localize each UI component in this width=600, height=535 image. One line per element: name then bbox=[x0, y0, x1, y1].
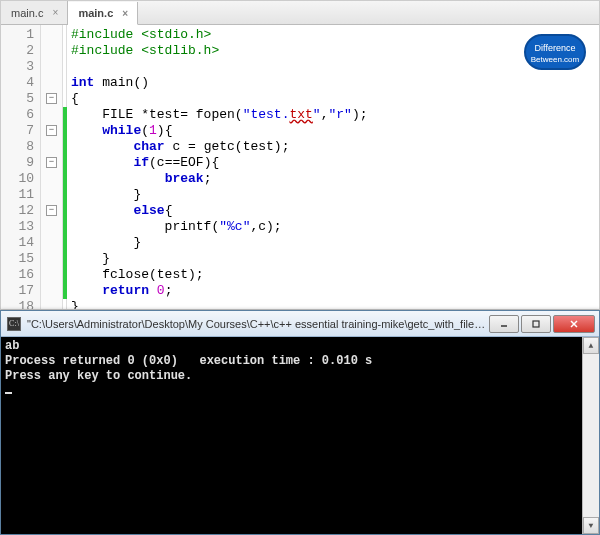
tab-bar: main.c×main.c× bbox=[1, 1, 599, 25]
editor-tab[interactable]: main.c× bbox=[68, 2, 138, 25]
code-line[interactable]: else{ bbox=[71, 203, 599, 219]
code-area: 123456789101112131415161718 −−−− #includ… bbox=[1, 25, 599, 309]
change-marker bbox=[63, 107, 67, 299]
line-number: 6 bbox=[1, 107, 34, 123]
fold-toggle-icon[interactable]: − bbox=[46, 157, 57, 168]
line-number: 11 bbox=[1, 187, 34, 203]
tab-close-icon[interactable]: × bbox=[119, 7, 131, 19]
line-number: 9 bbox=[1, 155, 34, 171]
line-number: 17 bbox=[1, 283, 34, 299]
line-number: 8 bbox=[1, 139, 34, 155]
line-number: 12 bbox=[1, 203, 34, 219]
code-line[interactable]: fclose(test); bbox=[71, 267, 599, 283]
code-line[interactable]: #include <stdlib.h> bbox=[71, 43, 599, 59]
scroll-down-button[interactable]: ▼ bbox=[583, 517, 599, 534]
scroll-up-button[interactable]: ▲ bbox=[583, 337, 599, 354]
close-button[interactable] bbox=[553, 315, 595, 333]
line-number: 3 bbox=[1, 59, 34, 75]
line-number: 2 bbox=[1, 43, 34, 59]
line-number: 4 bbox=[1, 75, 34, 91]
scroll-track[interactable] bbox=[583, 354, 599, 517]
maximize-icon bbox=[531, 319, 541, 329]
console-output[interactable]: ab Process returned 0 (0x0) execution ti… bbox=[1, 337, 582, 534]
line-number-gutter: 123456789101112131415161718 bbox=[1, 25, 41, 309]
tab-label: main.c bbox=[11, 7, 43, 19]
window-buttons bbox=[489, 315, 599, 333]
line-number: 16 bbox=[1, 267, 34, 283]
minimize-button[interactable] bbox=[489, 315, 519, 333]
code-line[interactable]: break; bbox=[71, 171, 599, 187]
console-body: ab Process returned 0 (0x0) execution ti… bbox=[1, 337, 599, 534]
code-line[interactable]: return 0; bbox=[71, 283, 599, 299]
console-app-icon: C:\ bbox=[7, 317, 21, 331]
code-editor: main.c×main.c× 1234567891011121314151617… bbox=[0, 0, 600, 310]
code-line[interactable]: if(c==EOF){ bbox=[71, 155, 599, 171]
tab-label: main.c bbox=[78, 7, 113, 19]
code-line[interactable]: } bbox=[71, 235, 599, 251]
watermark-line1: Difference bbox=[526, 43, 584, 54]
change-bar bbox=[63, 25, 67, 309]
watermark-badge: Difference Between.com bbox=[524, 34, 586, 70]
code-line[interactable]: #include <stdio.h> bbox=[71, 27, 599, 43]
code-line[interactable] bbox=[71, 59, 599, 75]
svg-rect-1 bbox=[533, 321, 539, 327]
close-icon bbox=[569, 319, 579, 329]
line-number: 13 bbox=[1, 219, 34, 235]
line-number: 15 bbox=[1, 251, 34, 267]
editor-tab[interactable]: main.c× bbox=[1, 1, 68, 24]
line-number: 5 bbox=[1, 91, 34, 107]
code-line[interactable]: } bbox=[71, 187, 599, 203]
code-line[interactable]: FILE *test= fopen("test.txt","r"); bbox=[71, 107, 599, 123]
line-number: 7 bbox=[1, 123, 34, 139]
console-window: C:\ "C:\Users\Administrator\Desktop\My C… bbox=[0, 310, 600, 535]
code-line[interactable]: } bbox=[71, 299, 599, 309]
fold-toggle-icon[interactable]: − bbox=[46, 125, 57, 136]
code-line[interactable]: char c = getc(test); bbox=[71, 139, 599, 155]
code-line[interactable]: while(1){ bbox=[71, 123, 599, 139]
fold-toggle-icon[interactable]: − bbox=[46, 93, 57, 104]
code-line[interactable]: } bbox=[71, 251, 599, 267]
line-number: 14 bbox=[1, 235, 34, 251]
fold-gutter: −−−− bbox=[41, 25, 63, 309]
console-titlebar[interactable]: C:\ "C:\Users\Administrator\Desktop\My C… bbox=[1, 311, 599, 337]
line-number: 10 bbox=[1, 171, 34, 187]
maximize-button[interactable] bbox=[521, 315, 551, 333]
cursor-icon bbox=[5, 392, 12, 394]
console-title: "C:\Users\Administrator\Desktop\My Cours… bbox=[27, 318, 489, 330]
console-scrollbar[interactable]: ▲ ▼ bbox=[582, 337, 599, 534]
code-line[interactable]: printf("%c",c); bbox=[71, 219, 599, 235]
minimize-icon bbox=[499, 319, 509, 329]
code-line[interactable]: int main() bbox=[71, 75, 599, 91]
fold-toggle-icon[interactable]: − bbox=[46, 205, 57, 216]
line-number: 18 bbox=[1, 299, 34, 309]
line-number: 1 bbox=[1, 27, 34, 43]
code-line[interactable]: { bbox=[71, 91, 599, 107]
tab-close-icon[interactable]: × bbox=[49, 7, 61, 19]
watermark-line2: Between.com bbox=[526, 54, 584, 65]
code-content[interactable]: #include <stdio.h>#include <stdlib.h>int… bbox=[67, 25, 599, 309]
